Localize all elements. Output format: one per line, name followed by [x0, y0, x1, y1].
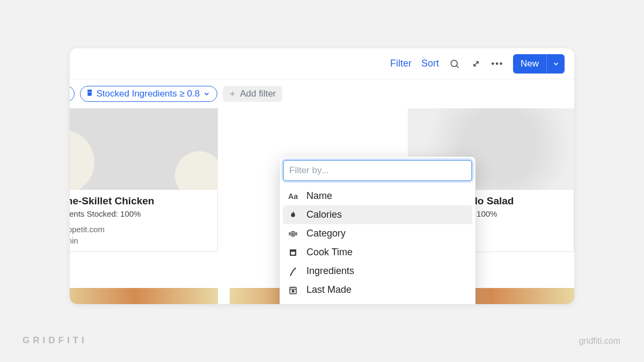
- svg-point-8: [292, 233, 294, 235]
- filter-chip-partial[interactable]: s: [70, 86, 75, 102]
- filter-option-label: Name: [306, 190, 332, 202]
- watermark-url: gridfiti.com: [579, 336, 620, 346]
- recipe-source: nappetit.com: [70, 225, 211, 234]
- expand-icon[interactable]: [470, 58, 482, 70]
- filter-option-label: Calories: [306, 209, 342, 220]
- chevron-down-icon: [203, 90, 210, 98]
- filter-option-last-made[interactable]: Last Made: [283, 280, 472, 299]
- new-button-label: New: [513, 58, 546, 69]
- recipe-photo: [70, 108, 218, 190]
- toolbar: Filter Sort ••• New: [70, 48, 574, 79]
- calendar-icon: [287, 285, 299, 295]
- filter-option-label: Cook Time: [306, 247, 353, 258]
- plate-icon: [287, 229, 299, 239]
- recipe-time: 0 min: [70, 236, 211, 245]
- more-icon[interactable]: •••: [492, 58, 503, 70]
- oven-icon: [287, 248, 299, 257]
- filter-bar: s Stocked Ingredients ≥ 0.8 Add filter: [70, 79, 574, 108]
- add-filter-button[interactable]: Add filter: [223, 86, 282, 102]
- filter-option-label: Category: [306, 228, 346, 239]
- plus-icon: [228, 90, 237, 98]
- fire-icon: [287, 210, 299, 220]
- search-icon[interactable]: [449, 58, 460, 70]
- filter-chip-stocked-ingredients[interactable]: Stocked Ingredients ≥ 0.8: [80, 86, 218, 102]
- new-button-chevron[interactable]: [546, 54, 565, 73]
- app-window: Filter Sort ••• New s Stocked Ingredient…: [70, 48, 574, 304]
- filter-option-calories[interactable]: Calories: [283, 205, 472, 224]
- svg-rect-13: [290, 249, 296, 251]
- filter-option-ingredients[interactable]: Ingredients: [283, 262, 472, 280]
- carrot-icon: [287, 267, 299, 276]
- fridge-icon: [86, 88, 93, 99]
- svg-rect-12: [291, 252, 295, 254]
- filter-option-name[interactable]: AaName: [283, 187, 472, 205]
- filter-option-cook-time[interactable]: Cook Time: [283, 243, 472, 262]
- recipe-card-body: One-Skillet Chicken edients Stocked: 100…: [70, 190, 218, 252]
- filter-by-list: AaNameCaloriesCategoryCook TimeIngredien…: [283, 187, 472, 304]
- filter-option-label: Meal Plan: [306, 303, 349, 304]
- text-icon: Aa: [287, 192, 299, 201]
- filter-by-search-input[interactable]: [283, 160, 472, 181]
- add-filter-label: Add filter: [240, 88, 276, 99]
- filter-by-popover: AaNameCaloriesCategoryCook TimeIngredien…: [280, 157, 475, 304]
- svg-point-0: [451, 60, 457, 67]
- filter-option-meal-plan[interactable]: Meal Plan: [283, 299, 472, 304]
- watermark-logo: GRIDFITI: [23, 335, 87, 346]
- recipe-title: One-Skillet Chicken: [70, 195, 211, 207]
- svg-rect-18: [292, 290, 294, 292]
- recipe-card[interactable]: One-Skillet Chicken edients Stocked: 100…: [70, 108, 218, 253]
- filter-option-category[interactable]: Category: [283, 224, 472, 243]
- filter-option-label: Last Made: [306, 284, 352, 295]
- svg-line-1: [457, 65, 459, 68]
- filter-chip-label: Stocked Ingredients ≥ 0.8: [97, 88, 200, 99]
- filter-option-label: Ingredients: [306, 265, 354, 277]
- filter-link[interactable]: Filter: [390, 58, 412, 69]
- sort-link[interactable]: Sort: [421, 58, 439, 69]
- recipe-stocked: edients Stocked: 100%: [70, 209, 211, 218]
- new-button[interactable]: New: [513, 54, 565, 73]
- arrow-icon: [287, 304, 299, 305]
- svg-rect-3: [87, 90, 91, 92]
- svg-point-7: [291, 231, 296, 236]
